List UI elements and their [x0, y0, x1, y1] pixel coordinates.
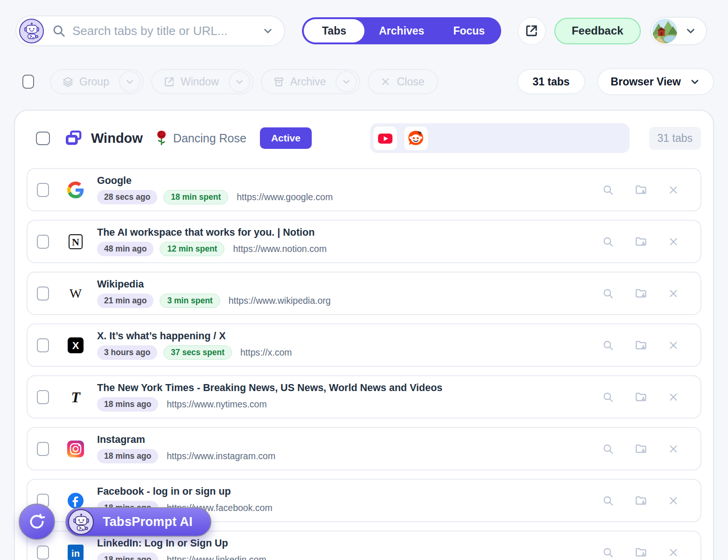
tab-focus[interactable]: Focus [439, 19, 499, 42]
row-move-to-folder-icon[interactable] [635, 546, 647, 559]
tab-row-instagram[interactable]: Instagram 18 mins ago https://www.instag… [27, 427, 701, 470]
window-header: Window Dancing Rose Active [15, 111, 713, 163]
row-search-icon[interactable] [602, 443, 614, 455]
tab-url: https://www.instagram.com [167, 451, 275, 462]
row-search-icon[interactable] [602, 339, 614, 351]
search-bar[interactable] [15, 15, 285, 46]
tab-meta: 28 secs ago 18 min spent https://www.goo… [97, 190, 333, 204]
row-close-icon[interactable] [668, 340, 679, 351]
tab-row-x[interactable]: X X. It’s what’s happening / X 3 hours a… [27, 323, 701, 367]
close-label: Close [397, 76, 424, 88]
row-close-icon[interactable] [668, 443, 679, 455]
tab-meta: 18 mins ago https://www.linkedin.com [97, 553, 266, 560]
window-button[interactable]: Window [151, 69, 253, 94]
row-move-to-folder-icon[interactable] [635, 442, 647, 455]
row-actions [593, 339, 679, 351]
youtube-icon[interactable] [373, 126, 398, 151]
archive-label: Archive [290, 76, 326, 88]
window-title: Window [91, 131, 143, 146]
tab-row-wikipedia[interactable]: W Wikipedia 21 min ago 3 min spent https… [27, 272, 701, 315]
group-chevron-down-icon[interactable] [119, 71, 140, 92]
time-spent-badge: 37 secs spent [163, 345, 232, 360]
svg-text:T: T [71, 389, 81, 406]
tab-archives[interactable]: Archives [364, 19, 439, 42]
brand-label: TabsPrompt AI [103, 515, 193, 529]
tab-row-nytimes[interactable]: T The New York Times - Breaking News, US… [27, 375, 701, 419]
tab-tabs[interactable]: Tabs [304, 19, 364, 42]
row-search-icon[interactable] [602, 184, 614, 196]
x-icon: X [66, 337, 85, 353]
age-badge: 48 min ago [97, 242, 154, 256]
row-close-icon[interactable] [668, 236, 679, 247]
tab-url: https://www.notion.com [233, 244, 327, 254]
row-move-to-folder-icon[interactable] [635, 183, 647, 196]
row-checkbox[interactable] [37, 183, 49, 197]
tab-row-google[interactable]: Google 28 secs ago 18 min spent https://… [27, 168, 701, 211]
account-chevron-down-icon [685, 25, 697, 37]
tab-row-notion[interactable]: N The AI workspace that works for you. |… [27, 220, 701, 263]
open-external-button[interactable] [518, 17, 546, 45]
tab-url: https://www.wikipedia.org [229, 295, 331, 306]
tab-title: LinkedIn: Log In or Sign Up [97, 538, 266, 549]
tab-list: Google 28 secs ago 18 min spent https://… [15, 168, 713, 560]
archive-chevron-down-icon[interactable] [336, 71, 357, 92]
tab-title: The AI workspace that works for you. | N… [97, 227, 327, 238]
window-icon [64, 129, 83, 147]
row-search-icon[interactable] [602, 287, 614, 300]
row-checkbox[interactable] [37, 287, 49, 301]
window-select-checkbox[interactable] [36, 132, 50, 145]
window-nickname: Dancing Rose [173, 132, 246, 145]
age-badge: 21 min ago [97, 294, 154, 308]
row-move-to-folder-icon[interactable] [635, 339, 647, 351]
window-tab-count: 31 tabs [649, 127, 701, 150]
group-button[interactable]: Group [50, 69, 144, 94]
select-all-checkbox[interactable] [22, 75, 34, 89]
row-checkbox[interactable] [37, 338, 49, 352]
row-search-icon[interactable] [602, 236, 614, 248]
row-close-icon[interactable] [668, 495, 679, 506]
row-content: X. It’s what’s happening / X 3 hours ago… [97, 324, 292, 366]
undo-button[interactable] [19, 504, 55, 540]
row-actions [593, 442, 679, 455]
window-chevron-down-icon[interactable] [229, 71, 250, 92]
row-close-icon[interactable] [668, 184, 679, 196]
account-menu[interactable] [650, 17, 707, 45]
time-spent-badge: 3 min spent [160, 294, 220, 308]
row-close-icon[interactable] [668, 547, 679, 558]
row-move-to-folder-icon[interactable] [635, 391, 647, 403]
row-actions [593, 391, 679, 403]
window-panel: Window Dancing Rose Active [14, 110, 714, 560]
archive-box-icon [273, 76, 285, 88]
row-checkbox[interactable] [37, 546, 49, 560]
google-icon [66, 182, 85, 198]
search-chevron-down-icon[interactable] [262, 25, 274, 37]
row-close-icon[interactable] [668, 288, 679, 299]
row-move-to-folder-icon[interactable] [635, 287, 647, 300]
age-badge: 28 secs ago [97, 190, 157, 204]
row-search-icon[interactable] [602, 391, 614, 403]
reddit-icon[interactable] [404, 126, 428, 151]
close-button[interactable]: Close [368, 69, 438, 94]
tab-title: The New York Times - Breaking News, US N… [97, 382, 442, 394]
row-move-to-folder-icon[interactable] [635, 235, 647, 248]
view-selector[interactable]: Browser View [597, 68, 714, 95]
svg-text:N: N [72, 236, 79, 248]
row-content: Google 28 secs ago 18 min spent https://… [97, 169, 333, 210]
row-close-icon[interactable] [668, 392, 679, 403]
tab-meta: 48 min ago 12 min spent https://www.noti… [97, 242, 327, 256]
instagram-icon [66, 441, 85, 457]
open-window-icon [163, 76, 175, 88]
tabsprompt-ai-launcher[interactable]: TabsPrompt AI [65, 507, 211, 537]
row-search-icon[interactable] [602, 495, 614, 507]
window-label: Window [181, 76, 219, 88]
row-checkbox[interactable] [37, 442, 49, 456]
row-move-to-folder-icon[interactable] [635, 494, 647, 507]
row-checkbox[interactable] [37, 390, 49, 404]
search-input[interactable] [72, 24, 262, 38]
age-badge: 18 mins ago [97, 397, 158, 412]
row-search-icon[interactable] [602, 546, 614, 559]
feedback-button[interactable]: Feedback [554, 18, 641, 44]
top-bar: Tabs Archives Focus Feedback [0, 0, 728, 46]
row-checkbox[interactable] [37, 235, 49, 249]
archive-button[interactable]: Archive [261, 69, 361, 94]
